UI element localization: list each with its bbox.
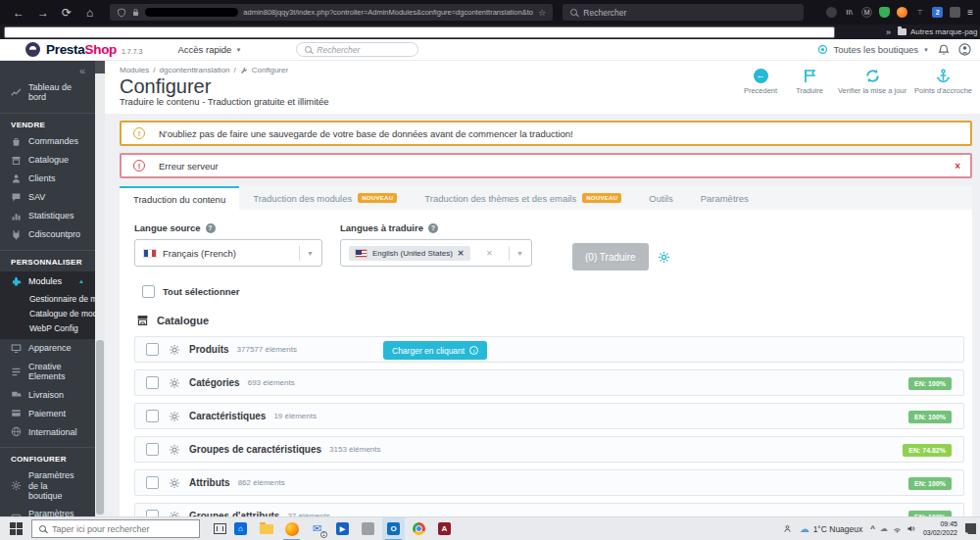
taskbar-app-store[interactable] (229, 517, 252, 540)
extension-gray-icon[interactable] (950, 7, 960, 18)
breadcrumb-module-name[interactable]: dgcontenttranslation (159, 66, 229, 74)
row-checkbox[interactable] (146, 410, 159, 422)
browser-forward-icon[interactable] (37, 7, 49, 19)
extension-badge-icon[interactable]: 2 (932, 7, 943, 18)
taskbar-app-explorer[interactable] (255, 517, 277, 540)
taskbar-search[interactable] (31, 519, 200, 538)
previous-button[interactable]: Precedent (740, 68, 781, 95)
pin-icon[interactable]: ⊤ (914, 7, 925, 18)
taskbar-app-chrome[interactable] (408, 517, 430, 540)
gear-icon[interactable] (169, 477, 180, 489)
gear-icon[interactable] (169, 377, 180, 389)
row-checkbox[interactable] (146, 443, 159, 456)
people-icon[interactable] (783, 524, 792, 533)
tab-outils[interactable]: Outils (635, 186, 686, 210)
browser-reload-icon[interactable] (62, 7, 72, 19)
sidebar-item-statistiques[interactable]: Statistiques (0, 207, 95, 225)
sidebar-item-clients[interactable]: Clients (0, 170, 95, 188)
row-checkbox[interactable] (146, 376, 159, 389)
taskbar-app-blue[interactable] (331, 517, 354, 540)
onedrive-icon[interactable] (880, 524, 888, 533)
clock[interactable]: 09:45 03/02/2022 (923, 520, 957, 538)
sidebar-item-cdiscountpro[interactable]: Cdiscountpro (0, 225, 95, 244)
scrollbar-up-button[interactable] (95, 61, 105, 74)
remove-tag-icon[interactable] (458, 249, 465, 258)
sidebar-item-parametres-boutique[interactable]: Paramètres de la boutique (0, 466, 86, 505)
menu-icon[interactable] (967, 7, 973, 18)
browser-back-icon[interactable] (13, 7, 24, 19)
help-icon[interactable] (206, 223, 216, 233)
gear-icon[interactable] (169, 411, 180, 422)
tray-expand-icon[interactable] (870, 524, 875, 533)
address-bar[interactable]: admin808jqqy3t/index.php?controller=Admi… (110, 4, 553, 21)
shield-icon[interactable] (117, 8, 126, 18)
settings-gear-icon[interactable] (658, 251, 670, 264)
load-on-click-button[interactable]: Charger en cliquant (383, 341, 487, 360)
target-language-multiselect[interactable]: English (United States) (340, 239, 532, 267)
taskbar-app-firefox[interactable] (280, 517, 303, 540)
quick-access-menu[interactable]: Accès rapide (177, 44, 241, 55)
sidebar-collapse-icon[interactable] (0, 61, 95, 78)
sidebar-item-modules[interactable]: Modules (0, 271, 95, 292)
breadcrumb-modules[interactable]: Modules (120, 66, 149, 74)
extension-orange-icon[interactable] (897, 7, 907, 18)
sidebar-subitem-webp-config[interactable]: WebP Config (0, 321, 95, 336)
task-view-icon[interactable] (214, 523, 226, 534)
pocket-icon[interactable] (826, 7, 837, 18)
tab-traduction-du-contenu[interactable]: Traduction du contenu (120, 186, 239, 210)
sidebar-item-parametres-avances[interactable]: Paramètres avancés (0, 505, 95, 516)
gear-icon[interactable] (169, 344, 180, 356)
tab-traduction-des-modules[interactable]: Traduction des modulesNOUVEAU (239, 186, 411, 210)
tab-traduction-themes-emails[interactable]: Traduction des thèmes et des emailsNOUVE… (411, 186, 635, 210)
browser-search-bar[interactable]: Rechercher (563, 4, 804, 21)
network-icon[interactable] (893, 524, 902, 533)
anchors-button[interactable]: Points d'accroche (914, 68, 972, 95)
bookmarks-folder-label[interactable]: Autres marque-pag (910, 27, 977, 36)
browser-home-icon[interactable] (86, 7, 93, 19)
bookmark-star-icon[interactable] (538, 8, 546, 18)
notification-center-icon[interactable] (965, 523, 976, 534)
close-icon[interactable] (955, 161, 960, 172)
select-all-checkbox[interactable] (142, 285, 155, 298)
row-checkbox[interactable] (146, 476, 159, 489)
url-text[interactable]: admin808jqqy3t/index.php?controller=Admi… (243, 8, 533, 17)
taskbar-app-access[interactable]: A (433, 517, 456, 540)
admin-search-input[interactable]: Rechercher (296, 42, 418, 57)
sidebar-item-commandes[interactable]: Commandes (0, 132, 95, 151)
sidebar-subitem-catalogue-modules[interactable]: Catalogue de modules (0, 307, 95, 321)
translate-button-toolbar[interactable]: Traduire (789, 68, 830, 95)
sidebar-item-dashboard[interactable]: Tableau de bord (0, 78, 95, 107)
row-checkbox[interactable] (146, 343, 159, 356)
sidebar-item-sav[interactable]: SAV (0, 188, 95, 207)
sidebar-scrollbar[interactable] (95, 61, 105, 516)
sidebar-item-livraison[interactable]: Livraison (0, 385, 95, 404)
shop-selector[interactable]: Toutes les boutiques (817, 44, 929, 55)
sidebar-item-paiement[interactable]: Paiement (0, 404, 95, 422)
sidebar-item-international[interactable]: International (0, 422, 95, 441)
weather-widget[interactable]: 1°C Nuageux (800, 523, 863, 534)
bookmarks-overflow-icon[interactable] (886, 27, 891, 37)
gear-icon[interactable] (169, 444, 180, 456)
volume-icon[interactable] (906, 524, 915, 533)
taskbar-search-input[interactable] (52, 524, 192, 534)
library-icon[interactable]: II\ (844, 7, 855, 18)
sidebar-item-apparence[interactable]: Apparence (0, 339, 95, 358)
clear-all-icon[interactable] (486, 249, 493, 258)
help-icon[interactable] (428, 223, 438, 233)
sidebar-item-creative-elements[interactable]: Creative Elements (0, 358, 95, 386)
notifications-bell-icon[interactable] (938, 44, 950, 56)
tab-parametres[interactable]: Paramètres (687, 186, 762, 210)
sidebar-item-catalogue[interactable]: Catalogue (0, 151, 95, 170)
taskbar-app-outlook[interactable]: O (382, 517, 405, 540)
check-update-button[interactable]: Verifier la mise a jour (838, 68, 906, 95)
taskbar-app-remote[interactable] (357, 517, 379, 540)
start-button[interactable] (10, 522, 23, 535)
user-avatar-icon[interactable] (958, 43, 971, 56)
profile-icon[interactable]: M (861, 7, 872, 18)
sidebar-subitem-gestionnaire[interactable]: Gestionnaire de modules (0, 292, 95, 307)
source-language-select[interactable]: Français (French) (134, 239, 322, 267)
translate-count-button[interactable]: (0) Traduire (572, 243, 649, 270)
taskbar-app-mail[interactable]: 1 (306, 517, 328, 540)
lock-icon[interactable] (131, 8, 140, 17)
adblock-shield-icon[interactable] (879, 7, 890, 18)
